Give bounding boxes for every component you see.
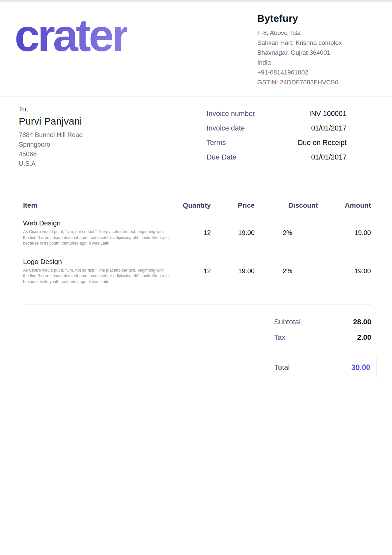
invoice-meta-row: Due Date 01/01/2017 [207,153,347,161]
item-cell: Logo Design As Cicero would put it, “Um,… [23,258,174,285]
item-name: Logo Design [23,258,174,266]
item-quantity: 12 [174,229,211,237]
item-description: As Cicero would put it, “Um, not so fast… [23,229,170,247]
customer-address-line: U.S.A [19,159,83,168]
total-box: Total 30.00 [268,357,377,378]
item-discount: 2% [255,267,318,275]
subtotal-value: 28.00 [353,318,371,326]
item-amount: 19.00 [318,229,371,237]
due-date-value: 01/01/2017 [311,153,347,161]
tax-value: 2.00 [357,333,371,342]
customer-name: Purvi Panjvani [19,116,83,127]
invoice-date-label: Invoice date [207,124,245,132]
invoice-meta-row: Terms Due on Receipt [207,139,347,147]
header-item: Item [23,201,174,209]
customer-address: 7884 Bunnel Hill Road Springboro 45066 U… [19,130,83,168]
company-address-line: Bhavnagar, Gujrat 364001 [257,48,350,58]
tax-row: Tax 2.00 [274,333,371,342]
item-price: 19.00 [211,267,255,275]
item-cell: Web Design As Cicero would put it, “Um, … [23,219,174,247]
total-value: 30.00 [351,363,370,372]
company-gstin: GSTIN: 24DDF7682FHVCS6 [257,77,350,87]
item-amount: 19.00 [318,267,371,275]
total-label: Total [274,363,290,372]
company-address-line: F-8, Above TBZ [257,28,350,38]
subtotal-label: Subtotal [274,318,301,326]
invoice-number-label: Invoice number [207,110,255,118]
company-name: Bytefury [257,13,350,24]
items-table: Item Quantity Price Discount Amount Web … [0,201,392,285]
invoice-info-section: To, Purvi Panjvani 7884 Bunnel Hill Road… [0,97,392,168]
invoice-meta-row: Invoice number INV-100001 [207,110,347,118]
invoice-number-value: INV-100001 [309,110,347,118]
header-quantity: Quantity [174,201,211,209]
bill-to-block: To, Purvi Panjvani 7884 Bunnel Hill Road… [19,105,83,168]
customer-address-line: 45066 [19,149,83,159]
item-row: Web Design As Cicero would put it, “Um, … [23,219,371,247]
subtotal-row: Subtotal 28.00 [274,318,371,326]
company-address-line: Sahkari Hart, Krishna complex [257,38,350,48]
tax-label: Tax [274,333,285,342]
item-discount: 2% [255,229,318,237]
invoice-page: crater Bytefury F-8, Above TBZ Sahkari H… [0,0,392,555]
invoice-meta-row: Invoice date 01/01/2017 [207,124,347,132]
header-discount: Discount [255,201,318,209]
item-description: As Cicero would put it, “Um, not so fast… [23,268,170,285]
company-phone: +91-08141901002 [257,68,350,77]
invoice-meta-block: Invoice number INV-100001 Invoice date 0… [207,110,347,168]
header-amount: Amount [318,201,371,209]
bill-to-label: To, [19,105,83,113]
total-box-wrap: Total 30.00 [0,357,392,378]
company-block: Bytefury F-8, Above TBZ Sahkari Hart, Kr… [257,13,350,96]
item-quantity: 12 [174,267,211,275]
customer-address-line: 7884 Bunnel Hill Road [19,130,83,140]
header-price: Price [211,201,255,209]
terms-value: Due on Receipt [298,139,347,147]
totals-block: Subtotal 28.00 Tax 2.00 [0,318,392,349]
totals-divider [25,304,371,305]
due-date-label: Due Date [207,153,237,161]
terms-label: Terms [207,139,226,147]
item-name: Web Design [23,219,174,227]
invoice-date-value: 01/01/2017 [311,124,347,132]
customer-address-line: Springboro [19,140,83,149]
item-row: Logo Design As Cicero would put it, “Um,… [23,258,371,285]
invoice-header: crater Bytefury F-8, Above TBZ Sahkari H… [0,2,392,97]
items-table-header: Item Quantity Price Discount Amount [23,201,371,209]
item-price: 19.00 [211,229,255,237]
company-address-line: India [257,58,350,68]
company-address: F-8, Above TBZ Sahkari Hart, Krishna com… [257,28,350,87]
crater-logo: crater [14,12,127,96]
